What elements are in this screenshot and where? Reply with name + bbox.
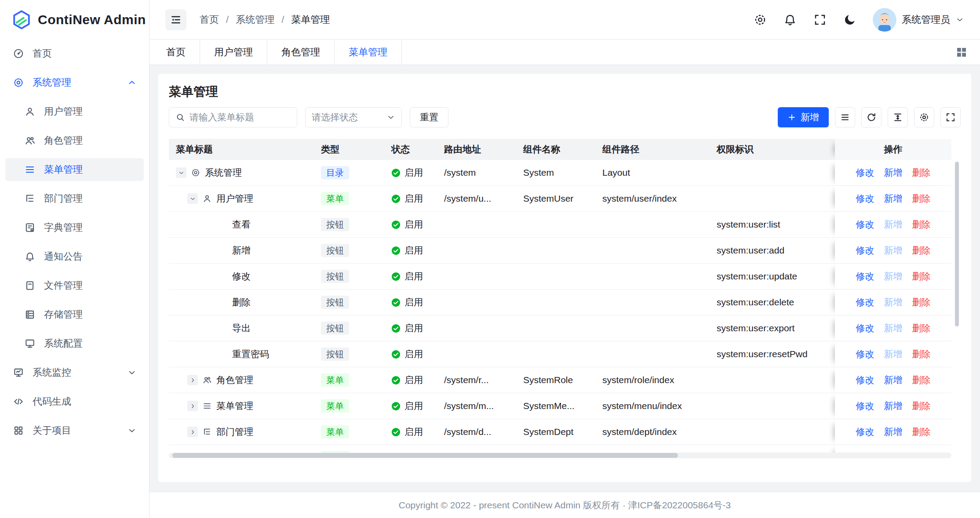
column-list-icon[interactable] <box>835 107 855 127</box>
tab-home[interactable]: 首页 <box>152 40 200 65</box>
tab-user-management[interactable]: 用户管理 <box>200 40 267 65</box>
grid-apps-icon[interactable] <box>954 45 969 59</box>
column-header: 权限标识 <box>710 139 835 160</box>
cell-component-name <box>516 341 595 367</box>
table-settings-gear-icon[interactable] <box>914 107 934 127</box>
add-child-link[interactable]: 新增 <box>884 167 903 177</box>
tab-menu-management[interactable]: 菜单管理 <box>335 40 402 65</box>
status-badge: 启用 <box>391 348 430 360</box>
status-label: 启用 <box>404 296 423 308</box>
chevron-down-icon <box>955 15 964 24</box>
expand-row-button[interactable] <box>187 401 198 411</box>
edit-link[interactable]: 修改 <box>856 401 874 411</box>
edit-link[interactable]: 修改 <box>856 167 874 177</box>
status-enabled-icon <box>391 402 401 411</box>
table-row: 删除按钮启用system:user:delete修改新增删除 <box>169 290 951 315</box>
delete-link[interactable]: 删除 <box>912 219 931 229</box>
sidebar-item-home[interactable]: 首页 <box>5 42 144 65</box>
storage-icon <box>24 308 36 321</box>
edit-link[interactable]: 修改 <box>856 323 874 333</box>
delete-link[interactable]: 删除 <box>912 297 931 307</box>
horizontal-scrollbar-track[interactable] <box>169 453 951 458</box>
status-label: 启用 <box>404 167 423 179</box>
sidebar-item-dict-management[interactable]: 字典管理 <box>5 216 144 239</box>
sidebar-item-storage-management[interactable]: 存储管理 <box>5 303 144 326</box>
search-input[interactable] <box>189 112 291 123</box>
cell-permission <box>710 160 835 186</box>
edit-link[interactable]: 修改 <box>856 271 874 281</box>
delete-link[interactable]: 删除 <box>912 427 931 437</box>
delete-link[interactable]: 删除 <box>912 193 931 203</box>
add-child-link[interactable]: 新增 <box>884 193 903 203</box>
edit-link[interactable]: 修改 <box>856 427 874 437</box>
settings-icon[interactable] <box>753 13 767 27</box>
user-menu[interactable]: 系统管理员 <box>873 8 964 32</box>
cell-component-path: system/menu/index <box>595 393 710 419</box>
delete-link[interactable]: 删除 <box>912 401 931 411</box>
collapse-row-button[interactable] <box>187 193 198 204</box>
add-child-link: 新增 <box>884 349 903 359</box>
refresh-icon[interactable] <box>861 107 882 127</box>
status-select[interactable]: 请选择状态 <box>305 107 402 127</box>
tab-role-management[interactable]: 角色管理 <box>267 40 335 65</box>
vertical-scrollbar[interactable] <box>955 162 959 326</box>
cell-status: 启用 <box>384 419 437 445</box>
sidebar-item-system-config[interactable]: 系统配置 <box>5 332 144 355</box>
status-enabled-icon <box>391 194 401 203</box>
menu-title: 菜单管理 <box>216 400 253 412</box>
expand-row-button[interactable] <box>187 375 198 385</box>
breadcrumb-item[interactable]: 首页 <box>200 13 219 26</box>
add-child-link[interactable]: 新增 <box>884 375 903 385</box>
cell-route: /system/d... <box>437 419 516 445</box>
menu-fold-button[interactable] <box>165 9 186 30</box>
edit-link[interactable]: 修改 <box>856 193 874 203</box>
sidebar-item-notice[interactable]: 通知公告 <box>5 245 144 268</box>
collapse-row-button[interactable] <box>176 167 186 178</box>
breadcrumb-item[interactable]: 系统管理 <box>236 13 274 26</box>
sidebar-item-system-monitor[interactable]: 系统监控 <box>5 361 144 384</box>
delete-link[interactable]: 删除 <box>912 245 931 255</box>
sidebar-item-file-management[interactable]: 文件管理 <box>5 274 144 297</box>
sidebar-item-system-management[interactable]: 系统管理 <box>5 71 144 94</box>
add-child-link[interactable]: 新增 <box>884 427 903 437</box>
edit-link[interactable]: 修改 <box>856 245 874 255</box>
delete-link[interactable]: 删除 <box>912 349 931 359</box>
delete-link[interactable]: 删除 <box>912 375 931 385</box>
table-fullscreen-icon[interactable] <box>940 107 961 127</box>
dark-mode-moon-icon[interactable] <box>843 13 857 27</box>
cell-status: 启用 <box>384 160 437 186</box>
sidebar-item-code-generation[interactable]: 代码生成 <box>5 390 144 413</box>
fullscreen-icon[interactable] <box>813 13 827 27</box>
sidebar-item-menu-management[interactable]: 菜单管理 <box>5 158 144 181</box>
sidebar-item-user-management[interactable]: 用户管理 <box>5 100 144 123</box>
edit-link[interactable]: 修改 <box>856 219 874 229</box>
delete-link[interactable]: 删除 <box>912 323 931 333</box>
notifications-bell-icon[interactable] <box>783 13 797 27</box>
menu-title: 角色管理 <box>216 374 253 386</box>
gear-icon <box>12 76 25 89</box>
delete-link[interactable]: 删除 <box>912 167 931 177</box>
cell-type: 按钮 <box>314 238 384 264</box>
cell-status: 启用 <box>384 264 437 290</box>
edit-link[interactable]: 修改 <box>856 297 874 307</box>
reset-button[interactable]: 重置 <box>410 107 448 127</box>
edit-link[interactable]: 修改 <box>856 375 874 385</box>
cell-title: 菜单管理 <box>169 393 314 419</box>
horizontal-scrollbar-thumb[interactable] <box>172 453 678 458</box>
type-tag: 按钮 <box>321 322 349 335</box>
expand-row-button[interactable] <box>187 427 198 437</box>
sidebar-item-role-management[interactable]: 角色管理 <box>5 129 144 152</box>
bell-icon <box>24 250 36 263</box>
sidebar-item-label: 存储管理 <box>44 308 83 321</box>
add-child-link[interactable]: 新增 <box>884 401 903 411</box>
dashboard-icon <box>12 47 25 60</box>
logo-row[interactable]: ContiNew Admin <box>0 0 149 40</box>
sidebar-item-label: 关于项目 <box>33 424 71 437</box>
sidebar-item-dept-management[interactable]: 部门管理 <box>5 187 144 210</box>
cell-status: 启用 <box>384 186 437 212</box>
add-button[interactable]: 新增 <box>778 107 829 127</box>
line-height-icon[interactable] <box>888 107 908 127</box>
sidebar-item-about-project[interactable]: 关于项目 <box>5 419 144 442</box>
edit-link[interactable]: 修改 <box>856 349 874 359</box>
delete-link[interactable]: 删除 <box>912 271 931 281</box>
